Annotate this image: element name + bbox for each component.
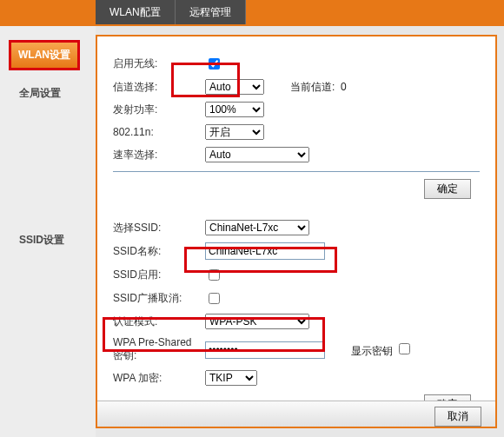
- select-encrypt[interactable]: TKIP: [205, 370, 257, 386]
- label-enable-wifi: 启用无线:: [113, 56, 200, 71]
- sidebar-ssid: SSID设置: [12, 229, 96, 251]
- sidebar-global: 全局设置: [12, 83, 96, 104]
- label-rate: 速率选择:: [113, 148, 200, 162]
- tab-label: WLAN配置: [109, 6, 161, 18]
- label-tx-power: 发射功率:: [113, 103, 200, 117]
- checkbox-broadcast-cancel[interactable]: [209, 293, 220, 304]
- footer: 取消: [97, 401, 495, 427]
- label-channel: 信道选择:: [113, 80, 200, 95]
- checkbox-ssid-enable[interactable]: [209, 269, 220, 281]
- label-auth: 认证模式:: [113, 315, 200, 329]
- input-ssid-name[interactable]: [205, 242, 325, 260]
- select-auth-mode[interactable]: WPA-PSK: [205, 314, 309, 329]
- top-bar: [0, 0, 504, 26]
- tab-remote[interactable]: 远程管理: [176, 0, 246, 24]
- cancel-button[interactable]: 取消: [434, 407, 481, 427]
- label-80211n: 802.11n:: [113, 126, 200, 138]
- input-psk[interactable]: [205, 341, 325, 359]
- select-80211n[interactable]: 开启: [205, 124, 264, 140]
- tab-wlan[interactable]: WLAN配置: [96, 0, 176, 24]
- sidebar-head[interactable]: WLAN设置: [9, 40, 80, 70]
- checkbox-show-key[interactable]: [399, 343, 410, 354]
- confirm-button-global[interactable]: 确定: [424, 179, 471, 199]
- label-show-key: 显示密钥: [351, 345, 393, 357]
- tab-label: 远程管理: [189, 6, 231, 18]
- label-encrypt: WPA 加密:: [113, 371, 200, 386]
- panel-global: 启用无线: 信道选择: Auto 当前信道: 0 发射功率: 100% 802.…: [104, 43, 488, 208]
- label-ssid-name: SSID名称:: [113, 244, 200, 259]
- label-select-ssid: 选择SSID:: [113, 221, 200, 235]
- label-ssid-enable: SSID启用:: [113, 268, 200, 282]
- select-tx-power[interactable]: 100%: [205, 102, 264, 117]
- label-broadcast: SSID广播取消:: [113, 291, 200, 306]
- panel-ssid: 选择SSID: ChinaNet-L7xc SSID名称: SSID启用: SS…: [104, 208, 488, 405]
- label-psk: WPA Pre-Shared 密钥:: [113, 336, 200, 363]
- sidebar: WLAN设置 全局设置 SSID设置: [0, 26, 96, 437]
- select-ssid[interactable]: ChinaNet-L7xc: [205, 220, 309, 235]
- tabs: WLAN配置 远程管理: [96, 0, 246, 24]
- label-current-channel: 当前信道: 0: [290, 80, 347, 95]
- checkbox-enable-wifi[interactable]: [209, 58, 220, 70]
- select-rate[interactable]: Auto: [205, 147, 309, 162]
- content: 启用无线: 信道选择: Auto 当前信道: 0 发射功率: 100% 802.…: [96, 35, 497, 428]
- select-channel[interactable]: Auto: [205, 79, 264, 95]
